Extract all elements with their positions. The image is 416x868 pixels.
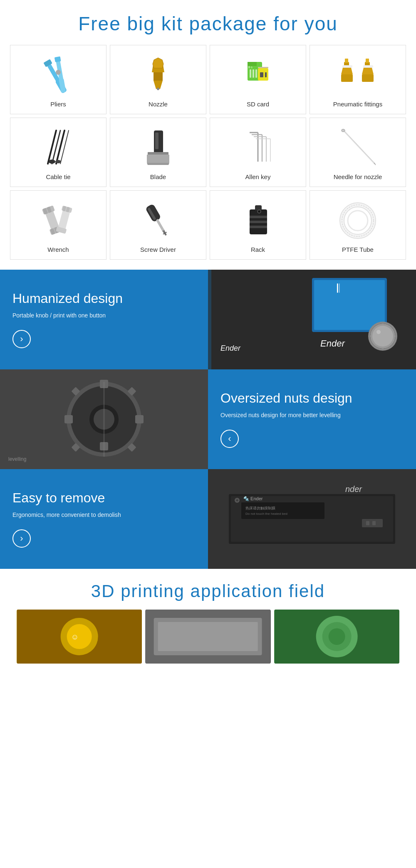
- rack-label: Rack: [251, 246, 265, 255]
- svg-rect-78: [250, 226, 267, 228]
- svg-rect-40: [155, 133, 158, 149]
- header-section: Free big kit package for you: [0, 0, 416, 39]
- feature-humanized-text: Humanized design Portable knob / print w…: [0, 270, 208, 369]
- kit-item-screwdriver: Screw Driver: [110, 190, 206, 260]
- ender-knob-image: Ender 𝄃: [208, 270, 416, 369]
- feature-easyremove-btn[interactable]: ›: [12, 529, 31, 548]
- svg-rect-79: [255, 205, 262, 210]
- svg-point-92: [372, 326, 393, 347]
- feature-easyremove-title: Easy to remove: [12, 490, 196, 506]
- svg-rect-120: [366, 521, 369, 525]
- svg-rect-41: [148, 152, 168, 155]
- allenkey-icon: [231, 124, 285, 170]
- feature-humanized-title: Humanized design: [12, 291, 196, 306]
- pneumatic-label: Pneumatic fittings: [333, 101, 382, 110]
- svg-point-128: [67, 624, 92, 649]
- svg-point-81: [258, 211, 260, 212]
- kit-item-sdcard: 8 G SD card: [210, 45, 306, 114]
- sdcard-icon: 8 G: [231, 52, 285, 97]
- feature-oversized-image: levelling: [0, 369, 208, 469]
- kit-item-needle: Needle for nozzle: [310, 118, 406, 187]
- blade-icon: [131, 124, 185, 170]
- svg-text:8: 8: [248, 66, 250, 69]
- feature-oversized-btn[interactable]: ‹: [220, 430, 239, 448]
- needle-label: Needle for nozzle: [334, 173, 382, 182]
- svg-text:🔩 Ender: 🔩 Ender: [243, 496, 263, 502]
- svg-point-38: [55, 160, 61, 163]
- screwdriver-icon: [131, 197, 185, 243]
- bed-image: 热床请勿触摸制膜 Do not touch the heated bed 🔩 E…: [208, 469, 416, 569]
- nuts-image: levelling: [0, 369, 208, 469]
- svg-rect-76: [250, 216, 267, 218]
- svg-text:nder: nder: [345, 484, 362, 494]
- feature-oversized-text: Oversized nuts design Oversized nuts des…: [208, 369, 416, 469]
- page-title: Free big kit package for you: [8, 12, 408, 35]
- bottom-grid: ☺: [8, 610, 408, 664]
- cabletie-label: Cable tie: [46, 173, 70, 182]
- svg-rect-32: [363, 65, 373, 68]
- feature-easyremove-desc: Ergonomics, more convenient to demolish: [12, 511, 196, 519]
- svg-text:G: G: [251, 66, 253, 69]
- svg-rect-115: [241, 502, 324, 519]
- pliers-label: Pliers: [50, 101, 66, 110]
- kit-item-rack: Rack: [210, 190, 306, 260]
- cabletie-icon: [31, 124, 85, 170]
- svg-rect-15: [253, 69, 254, 78]
- feature-humanized-image: Ender 𝄃: [208, 270, 416, 369]
- sdcard-label: SD card: [247, 101, 269, 110]
- feature-humanized-desc: Portable knob / print with one button: [12, 311, 196, 320]
- feature-oversized-title: Oversized nuts design: [220, 391, 404, 406]
- kit-item-nozzle: Nozzle: [110, 45, 206, 114]
- svg-rect-8: [154, 72, 163, 81]
- svg-rect-121: [372, 521, 376, 525]
- kit-item-wrench: Wrench: [10, 190, 106, 260]
- kit-item-allenkey: Allen key: [210, 118, 306, 187]
- svg-text:热床请勿触摸制膜: 热床请勿触摸制膜: [245, 506, 275, 510]
- wrench-icon: [31, 197, 85, 243]
- svg-rect-26: [345, 59, 348, 63]
- feature-oversized: levelling Oversized nuts design Oversize…: [0, 369, 416, 469]
- ptfe-icon: [331, 197, 385, 243]
- feature-easyremove-image: 热床请勿触摸制膜 Do not touch the heated bed 🔩 E…: [208, 469, 416, 569]
- svg-point-83: [342, 205, 374, 236]
- pneumatic-icon: [331, 52, 385, 97]
- kit-item-ptfe: PTFE Tube: [310, 190, 406, 260]
- svg-rect-132: [158, 622, 258, 651]
- feature-easyremove-text: Easy to remove Ergonomics, more convenie…: [0, 469, 208, 569]
- svg-rect-71: [156, 219, 164, 231]
- feature-oversized-desc: Oversized nuts design for more better le…: [220, 411, 404, 420]
- rack-icon: [231, 197, 285, 243]
- bottom-item-3: [274, 610, 399, 664]
- svg-point-136: [328, 628, 345, 645]
- svg-line-35: [56, 130, 64, 164]
- svg-rect-42: [147, 155, 169, 163]
- svg-rect-21: [265, 72, 267, 77]
- bottom-title: 3D printing application field: [8, 581, 408, 601]
- svg-rect-77: [250, 221, 267, 223]
- svg-rect-14: [250, 69, 251, 78]
- feature-humanized-btn[interactable]: ›: [12, 330, 31, 348]
- svg-point-6: [56, 70, 61, 75]
- pliers-icon: [31, 52, 85, 97]
- svg-marker-22: [258, 67, 268, 68]
- nozzle-label: Nozzle: [149, 101, 168, 110]
- svg-line-36: [60, 130, 69, 164]
- svg-rect-69: [145, 204, 161, 223]
- svg-text:Ender: Ender: [320, 338, 345, 349]
- svg-text:☺: ☺: [71, 633, 79, 641]
- svg-rect-4: [54, 57, 61, 62]
- svg-rect-16: [255, 69, 257, 78]
- svg-rect-20: [260, 72, 263, 77]
- wrench-label: Wrench: [47, 246, 69, 255]
- screwdriver-label: Screw Driver: [140, 246, 176, 255]
- svg-rect-102: [64, 415, 73, 423]
- svg-rect-103: [135, 415, 144, 423]
- bottom-item-1: ☺: [17, 610, 142, 664]
- nozzle-icon: [131, 52, 185, 97]
- svg-point-37: [49, 160, 55, 164]
- kit-item-blade: Blade: [110, 118, 206, 187]
- feature-humanized: Humanized design Portable knob / print w…: [0, 270, 416, 369]
- svg-text:Do not touch the heated bed: Do not touch the heated bed: [245, 512, 287, 516]
- svg-rect-23: [341, 74, 353, 82]
- allenkey-label: Allen key: [245, 173, 271, 182]
